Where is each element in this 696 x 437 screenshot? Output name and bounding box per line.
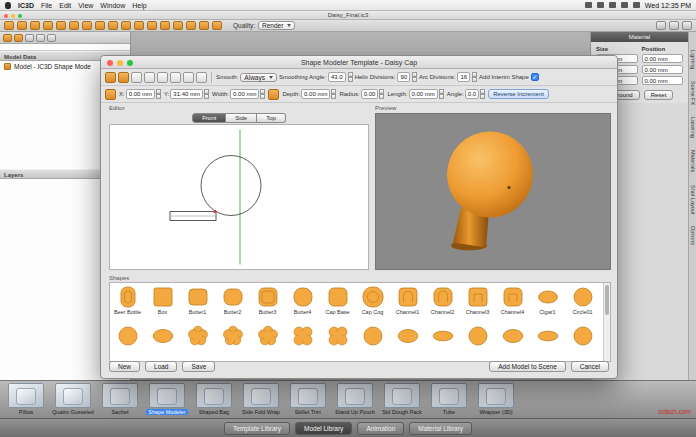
editor-canvas[interactable] bbox=[109, 124, 369, 270]
zoom-window-button[interactable] bbox=[18, 14, 22, 18]
shelf-item-skillet-trim[interactable]: Skillet Trim bbox=[286, 383, 330, 416]
battery-icon[interactable] bbox=[609, 2, 616, 8]
param-input[interactable]: 0.00 mm bbox=[409, 89, 438, 99]
shelf-item-std-dough-pack[interactable]: Std Dough Pack bbox=[380, 383, 424, 416]
shape-circle[interactable] bbox=[110, 322, 145, 361]
reset-button[interactable]: Reset bbox=[644, 90, 674, 100]
load-button[interactable]: Load bbox=[145, 361, 177, 372]
shape-flower[interactable] bbox=[180, 322, 215, 361]
shelf-item-side-fold-wrap[interactable]: Side Fold Wrap bbox=[239, 383, 283, 416]
tab-animation[interactable]: Animation bbox=[357, 422, 404, 435]
camera-icon[interactable] bbox=[199, 21, 209, 30]
param-stepper[interactable] bbox=[331, 89, 336, 99]
side-tab-labeling[interactable]: Labeling bbox=[690, 117, 696, 138]
shape-butter2[interactable]: Butter2 bbox=[215, 283, 250, 322]
arc-divisions-stepper[interactable] bbox=[472, 72, 477, 82]
param-stepper[interactable] bbox=[439, 89, 444, 99]
move-icon[interactable] bbox=[95, 21, 105, 30]
tab-model-library[interactable]: Model Library bbox=[295, 422, 352, 435]
render-icon[interactable] bbox=[212, 21, 222, 30]
add-point-icon[interactable] bbox=[131, 72, 142, 83]
shape-ellipse[interactable] bbox=[145, 322, 180, 361]
shape-butter4[interactable]: Butter4 bbox=[285, 283, 320, 322]
param-stepper[interactable] bbox=[156, 89, 161, 99]
smoothing-angle-input[interactable]: 43.0 bbox=[328, 72, 346, 82]
wifi-icon[interactable] bbox=[621, 2, 628, 8]
param-stepper[interactable] bbox=[480, 89, 485, 99]
shape-ellipseN[interactable] bbox=[425, 322, 460, 361]
smooth-select[interactable]: Always bbox=[240, 73, 277, 82]
snap-tool-icon[interactable] bbox=[196, 72, 207, 83]
shape-channel4[interactable]: Channel4 bbox=[495, 283, 530, 322]
param-input[interactable]: 0.00 mm bbox=[230, 89, 259, 99]
dimension-icon[interactable] bbox=[268, 89, 279, 100]
new-scene-icon[interactable] bbox=[4, 21, 14, 30]
apple-menu-icon[interactable] bbox=[5, 2, 11, 9]
open-icon[interactable] bbox=[17, 21, 27, 30]
cube-icon[interactable] bbox=[134, 21, 144, 30]
shape-circle[interactable] bbox=[565, 322, 600, 361]
shape-butter1[interactable]: Butter1 bbox=[180, 283, 215, 322]
param-input[interactable]: 0.0 bbox=[465, 89, 479, 99]
shape-cap-base[interactable]: Cap Base bbox=[320, 283, 355, 322]
undo-icon[interactable] bbox=[69, 21, 79, 30]
object-list[interactable] bbox=[0, 44, 130, 51]
scale-icon[interactable] bbox=[121, 21, 131, 30]
add-model-to-scene-button[interactable]: Add Model to Scene bbox=[489, 361, 566, 372]
side-tab-lighting[interactable]: Lighting bbox=[690, 50, 696, 69]
param-input[interactable]: 0.00 mm bbox=[126, 89, 155, 99]
menu-ic3d[interactable]: IC3D bbox=[18, 2, 34, 9]
shape-flower[interactable] bbox=[250, 322, 285, 361]
shape-beer-bottle[interactable]: Beer Bottle bbox=[110, 283, 145, 322]
bluetooth-icon[interactable] bbox=[597, 2, 604, 8]
menu-view[interactable]: View bbox=[78, 2, 93, 9]
helix-divisions-input[interactable]: 90 bbox=[397, 72, 410, 82]
param-stepper[interactable] bbox=[204, 89, 209, 99]
dialog-close-button[interactable] bbox=[107, 60, 113, 66]
cancel-button[interactable]: Cancel bbox=[571, 361, 609, 372]
delete-model-icon[interactable] bbox=[14, 34, 23, 42]
shape-channel3[interactable]: Channel3 bbox=[460, 283, 495, 322]
shape-clover[interactable] bbox=[285, 322, 320, 361]
menu-edit[interactable]: Edit bbox=[59, 2, 71, 9]
shelf-item-wrapper-3d[interactable]: Wrapper (3D) bbox=[474, 383, 518, 416]
move-node-icon[interactable] bbox=[105, 89, 116, 100]
side-tab-scene-fx[interactable]: Scene FX bbox=[690, 81, 696, 105]
shape-box[interactable]: Box bbox=[145, 283, 180, 322]
shelf-item-tube[interactable]: Tube bbox=[427, 383, 471, 416]
node-tool-icon[interactable] bbox=[118, 72, 129, 83]
dialog-minimize-button[interactable] bbox=[117, 60, 123, 66]
side-tab-options[interactable]: Options bbox=[690, 226, 696, 245]
tab-material-library[interactable]: Material Library bbox=[409, 422, 472, 435]
shape-cigar1[interactable]: Cigar1 bbox=[530, 283, 565, 322]
rotate-icon[interactable] bbox=[108, 21, 118, 30]
menu-help[interactable]: Help bbox=[132, 2, 146, 9]
reverse-increment-button[interactable]: Reverse Increment bbox=[488, 89, 549, 99]
redo-icon[interactable] bbox=[82, 21, 92, 30]
cone-icon[interactable] bbox=[173, 21, 183, 30]
shape-circle[interactable] bbox=[355, 322, 390, 361]
editor-tab-front[interactable]: Front bbox=[192, 113, 226, 123]
quality-select[interactable]: Render bbox=[258, 21, 295, 30]
menu-file[interactable]: File bbox=[41, 2, 52, 9]
close-window-button[interactable] bbox=[4, 14, 8, 18]
editor-tab-top[interactable]: Top bbox=[257, 113, 286, 123]
search-icon[interactable] bbox=[47, 34, 56, 42]
shape-ellipseN[interactable] bbox=[530, 322, 565, 361]
preview-canvas[interactable] bbox=[375, 113, 611, 270]
arc-divisions-input[interactable]: 16 bbox=[457, 72, 470, 82]
shapes-scrollbar[interactable] bbox=[603, 283, 610, 361]
add-model-icon[interactable] bbox=[3, 34, 12, 42]
shape-clover[interactable] bbox=[320, 322, 355, 361]
add-interim-shape-checkbox[interactable] bbox=[531, 73, 539, 81]
shape-channel2[interactable]: Channel2 bbox=[425, 283, 460, 322]
menu-window[interactable]: Window bbox=[100, 2, 125, 9]
editor-tab-side[interactable]: Side bbox=[226, 113, 257, 123]
shape-channel1[interactable]: Channel1 bbox=[390, 283, 425, 322]
ungroup-icon[interactable] bbox=[36, 34, 45, 42]
shelf-item-shaped-bag[interactable]: Shaped Bag bbox=[192, 383, 236, 416]
position-value[interactable]: 0.00 mm bbox=[642, 76, 684, 85]
fullscreen-icon[interactable] bbox=[669, 21, 679, 30]
select-tool-icon[interactable] bbox=[105, 72, 116, 83]
spotlight-icon[interactable] bbox=[633, 2, 640, 8]
